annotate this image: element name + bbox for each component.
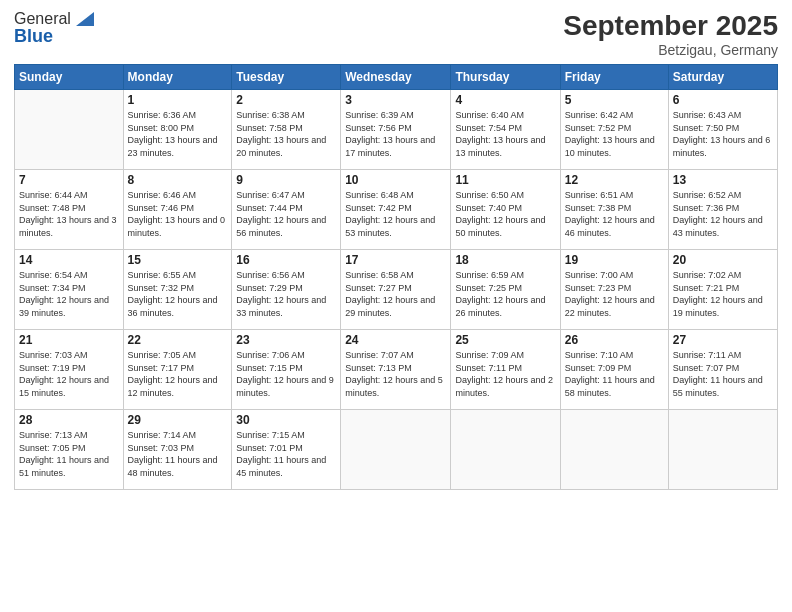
page: General Blue September 2025 Betzigau, Ge… xyxy=(0,0,792,612)
col-thursday: Thursday xyxy=(451,65,560,90)
week-row-4: 21Sunrise: 7:03 AMSunset: 7:19 PMDayligh… xyxy=(15,330,778,410)
day-number-26: 26 xyxy=(565,333,664,347)
day-info-13: Sunrise: 6:52 AMSunset: 7:36 PMDaylight:… xyxy=(673,189,773,239)
day-info-10: Sunrise: 6:48 AMSunset: 7:42 PMDaylight:… xyxy=(345,189,446,239)
week-row-5: 28Sunrise: 7:13 AMSunset: 7:05 PMDayligh… xyxy=(15,410,778,490)
cell-w3-d0: 14Sunrise: 6:54 AMSunset: 7:34 PMDayligh… xyxy=(15,250,124,330)
day-number-27: 27 xyxy=(673,333,773,347)
cell-w2-d0: 7Sunrise: 6:44 AMSunset: 7:48 PMDaylight… xyxy=(15,170,124,250)
col-wednesday: Wednesday xyxy=(341,65,451,90)
day-number-17: 17 xyxy=(345,253,446,267)
weekday-header-row: Sunday Monday Tuesday Wednesday Thursday… xyxy=(15,65,778,90)
cell-w3-d1: 15Sunrise: 6:55 AMSunset: 7:32 PMDayligh… xyxy=(123,250,232,330)
day-number-9: 9 xyxy=(236,173,336,187)
logo-icon xyxy=(72,10,94,28)
cell-w5-d6 xyxy=(668,410,777,490)
day-info-8: Sunrise: 6:46 AMSunset: 7:46 PMDaylight:… xyxy=(128,189,228,239)
col-tuesday: Tuesday xyxy=(232,65,341,90)
day-number-16: 16 xyxy=(236,253,336,267)
cell-w2-d3: 10Sunrise: 6:48 AMSunset: 7:42 PMDayligh… xyxy=(341,170,451,250)
cell-w3-d4: 18Sunrise: 6:59 AMSunset: 7:25 PMDayligh… xyxy=(451,250,560,330)
cell-w5-d0: 28Sunrise: 7:13 AMSunset: 7:05 PMDayligh… xyxy=(15,410,124,490)
cell-w1-d4: 4Sunrise: 6:40 AMSunset: 7:54 PMDaylight… xyxy=(451,90,560,170)
cell-w1-d6: 6Sunrise: 6:43 AMSunset: 7:50 PMDaylight… xyxy=(668,90,777,170)
week-row-1: 1Sunrise: 6:36 AMSunset: 8:00 PMDaylight… xyxy=(15,90,778,170)
day-number-12: 12 xyxy=(565,173,664,187)
cell-w4-d2: 23Sunrise: 7:06 AMSunset: 7:15 PMDayligh… xyxy=(232,330,341,410)
day-info-4: Sunrise: 6:40 AMSunset: 7:54 PMDaylight:… xyxy=(455,109,555,159)
day-info-3: Sunrise: 6:39 AMSunset: 7:56 PMDaylight:… xyxy=(345,109,446,159)
location-text: Betzigau, Germany xyxy=(563,42,778,58)
week-row-3: 14Sunrise: 6:54 AMSunset: 7:34 PMDayligh… xyxy=(15,250,778,330)
day-info-20: Sunrise: 7:02 AMSunset: 7:21 PMDaylight:… xyxy=(673,269,773,319)
day-number-30: 30 xyxy=(236,413,336,427)
cell-w4-d3: 24Sunrise: 7:07 AMSunset: 7:13 PMDayligh… xyxy=(341,330,451,410)
day-info-30: Sunrise: 7:15 AMSunset: 7:01 PMDaylight:… xyxy=(236,429,336,479)
day-info-5: Sunrise: 6:42 AMSunset: 7:52 PMDaylight:… xyxy=(565,109,664,159)
cell-w3-d5: 19Sunrise: 7:00 AMSunset: 7:23 PMDayligh… xyxy=(560,250,668,330)
day-info-19: Sunrise: 7:00 AMSunset: 7:23 PMDaylight:… xyxy=(565,269,664,319)
day-number-5: 5 xyxy=(565,93,664,107)
cell-w1-d0 xyxy=(15,90,124,170)
day-number-19: 19 xyxy=(565,253,664,267)
day-number-14: 14 xyxy=(19,253,119,267)
cell-w3-d3: 17Sunrise: 6:58 AMSunset: 7:27 PMDayligh… xyxy=(341,250,451,330)
day-info-16: Sunrise: 6:56 AMSunset: 7:29 PMDaylight:… xyxy=(236,269,336,319)
week-row-2: 7Sunrise: 6:44 AMSunset: 7:48 PMDaylight… xyxy=(15,170,778,250)
day-number-8: 8 xyxy=(128,173,228,187)
day-number-15: 15 xyxy=(128,253,228,267)
title-section: September 2025 Betzigau, Germany xyxy=(563,10,778,58)
day-info-22: Sunrise: 7:05 AMSunset: 7:17 PMDaylight:… xyxy=(128,349,228,399)
day-number-22: 22 xyxy=(128,333,228,347)
cell-w3-d6: 20Sunrise: 7:02 AMSunset: 7:21 PMDayligh… xyxy=(668,250,777,330)
cell-w1-d1: 1Sunrise: 6:36 AMSunset: 8:00 PMDaylight… xyxy=(123,90,232,170)
day-number-25: 25 xyxy=(455,333,555,347)
cell-w2-d1: 8Sunrise: 6:46 AMSunset: 7:46 PMDaylight… xyxy=(123,170,232,250)
day-info-26: Sunrise: 7:10 AMSunset: 7:09 PMDaylight:… xyxy=(565,349,664,399)
cell-w4-d0: 21Sunrise: 7:03 AMSunset: 7:19 PMDayligh… xyxy=(15,330,124,410)
day-number-10: 10 xyxy=(345,173,446,187)
day-info-15: Sunrise: 6:55 AMSunset: 7:32 PMDaylight:… xyxy=(128,269,228,319)
day-info-1: Sunrise: 6:36 AMSunset: 8:00 PMDaylight:… xyxy=(128,109,228,159)
day-number-1: 1 xyxy=(128,93,228,107)
day-number-24: 24 xyxy=(345,333,446,347)
day-number-21: 21 xyxy=(19,333,119,347)
day-info-25: Sunrise: 7:09 AMSunset: 7:11 PMDaylight:… xyxy=(455,349,555,399)
cell-w5-d3 xyxy=(341,410,451,490)
day-number-29: 29 xyxy=(128,413,228,427)
day-info-9: Sunrise: 6:47 AMSunset: 7:44 PMDaylight:… xyxy=(236,189,336,239)
day-info-2: Sunrise: 6:38 AMSunset: 7:58 PMDaylight:… xyxy=(236,109,336,159)
day-info-21: Sunrise: 7:03 AMSunset: 7:19 PMDaylight:… xyxy=(19,349,119,399)
day-info-24: Sunrise: 7:07 AMSunset: 7:13 PMDaylight:… xyxy=(345,349,446,399)
day-info-17: Sunrise: 6:58 AMSunset: 7:27 PMDaylight:… xyxy=(345,269,446,319)
cell-w3-d2: 16Sunrise: 6:56 AMSunset: 7:29 PMDayligh… xyxy=(232,250,341,330)
col-saturday: Saturday xyxy=(668,65,777,90)
svg-marker-0 xyxy=(76,12,94,26)
day-number-20: 20 xyxy=(673,253,773,267)
header: General Blue September 2025 Betzigau, Ge… xyxy=(14,10,778,58)
cell-w2-d4: 11Sunrise: 6:50 AMSunset: 7:40 PMDayligh… xyxy=(451,170,560,250)
day-info-12: Sunrise: 6:51 AMSunset: 7:38 PMDaylight:… xyxy=(565,189,664,239)
day-number-23: 23 xyxy=(236,333,336,347)
logo: General Blue xyxy=(14,10,94,47)
day-info-11: Sunrise: 6:50 AMSunset: 7:40 PMDaylight:… xyxy=(455,189,555,239)
day-number-2: 2 xyxy=(236,93,336,107)
cell-w5-d5 xyxy=(560,410,668,490)
day-info-18: Sunrise: 6:59 AMSunset: 7:25 PMDaylight:… xyxy=(455,269,555,319)
cell-w2-d5: 12Sunrise: 6:51 AMSunset: 7:38 PMDayligh… xyxy=(560,170,668,250)
day-number-6: 6 xyxy=(673,93,773,107)
calendar-table: Sunday Monday Tuesday Wednesday Thursday… xyxy=(14,64,778,490)
day-number-11: 11 xyxy=(455,173,555,187)
day-info-29: Sunrise: 7:14 AMSunset: 7:03 PMDaylight:… xyxy=(128,429,228,479)
cell-w4-d5: 26Sunrise: 7:10 AMSunset: 7:09 PMDayligh… xyxy=(560,330,668,410)
day-number-3: 3 xyxy=(345,93,446,107)
cell-w5-d1: 29Sunrise: 7:14 AMSunset: 7:03 PMDayligh… xyxy=(123,410,232,490)
cell-w2-d2: 9Sunrise: 6:47 AMSunset: 7:44 PMDaylight… xyxy=(232,170,341,250)
day-number-13: 13 xyxy=(673,173,773,187)
col-friday: Friday xyxy=(560,65,668,90)
day-info-6: Sunrise: 6:43 AMSunset: 7:50 PMDaylight:… xyxy=(673,109,773,159)
day-number-18: 18 xyxy=(455,253,555,267)
month-title: September 2025 xyxy=(563,10,778,42)
logo-blue-text: Blue xyxy=(14,26,94,47)
cell-w1-d5: 5Sunrise: 6:42 AMSunset: 7:52 PMDaylight… xyxy=(560,90,668,170)
